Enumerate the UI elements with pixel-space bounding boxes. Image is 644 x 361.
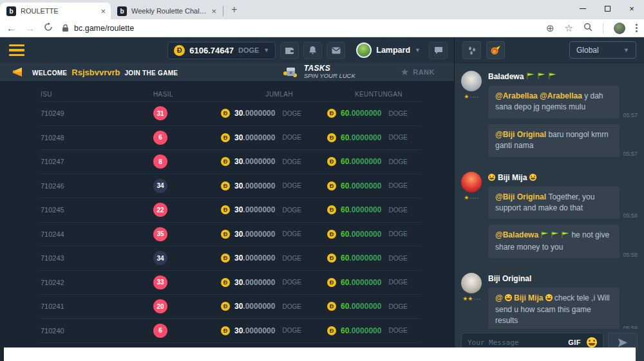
rank-button[interactable]: ★ RANK bbox=[401, 66, 435, 78]
omnibox[interactable]: bc.game/roulette bbox=[62, 24, 537, 33]
rain-button[interactable] bbox=[462, 41, 481, 59]
coindrop-button[interactable]: Ð bbox=[486, 41, 505, 59]
table-row[interactable]: 7102406Ð30.0000000DOGEÐ60.0000000DOGE bbox=[41, 319, 422, 344]
bet-amount: Ð30.0000000DOGE bbox=[221, 326, 327, 335]
user-menu[interactable]: Lampard ▼ bbox=[356, 42, 421, 58]
table-row[interactable]: 71024334Ð30.0000000DOGEÐ60.0000000DOGE bbox=[41, 246, 422, 271]
tab-close-icon[interactable]: × bbox=[100, 7, 106, 15]
maximize-button[interactable] bbox=[595, 0, 620, 17]
table-row[interactable]: 7102486Ð30.0000000DOGEÐ60.0000000DOGE bbox=[41, 126, 422, 151]
balance-currency: DOGE bbox=[238, 46, 259, 54]
avatar[interactable] bbox=[461, 172, 482, 192]
gif-button[interactable]: GIF bbox=[568, 338, 581, 346]
issue-number: 710244 bbox=[41, 230, 153, 238]
flag-icon bbox=[548, 72, 556, 81]
join-label: JOIN THE GAME bbox=[124, 69, 178, 77]
megaphone-icon bbox=[13, 67, 26, 77]
profit-amount: Ð60.0000000DOGE bbox=[327, 302, 422, 311]
hamburger-menu-icon[interactable] bbox=[9, 44, 24, 57]
doge-coin-icon: Ð bbox=[221, 302, 230, 311]
user-mention[interactable]: @Arabellaa bbox=[540, 91, 584, 100]
wallet-button[interactable] bbox=[280, 42, 299, 59]
table-row[interactable]: 71024435Ð30.0000000DOGEÐ60.0000000DOGE bbox=[41, 223, 422, 247]
profit-amount: Ð60.0000000DOGE bbox=[327, 181, 422, 190]
user-mention[interactable]: @Biji Original bbox=[495, 130, 548, 139]
menu-dots-icon[interactable] bbox=[636, 24, 638, 32]
avatar[interactable] bbox=[461, 71, 482, 91]
tab-close-icon[interactable]: × bbox=[211, 7, 216, 15]
welcomed-player[interactable]: Rsjsbvvrvrb bbox=[71, 68, 120, 77]
doge-coin-icon: Ð bbox=[174, 45, 185, 56]
profit-amount: Ð60.0000000DOGE bbox=[327, 278, 422, 287]
doge-coin-icon: Ð bbox=[327, 230, 336, 239]
search-icon[interactable] bbox=[583, 23, 592, 33]
tasks-button[interactable]: TASKS SPIN YOUR LUCK bbox=[283, 64, 355, 80]
new-tab-button[interactable]: + bbox=[231, 4, 237, 15]
user-mention[interactable]: @ bbox=[495, 293, 505, 302]
user-mention[interactable]: @Biji Original bbox=[495, 192, 548, 201]
rank-label: RANK bbox=[413, 68, 435, 76]
chat-username[interactable]: Baladewa bbox=[488, 72, 638, 81]
table-row[interactable]: 71024522Ð30.0000000DOGEÐ60.0000000DOGE bbox=[41, 198, 422, 223]
reload-icon[interactable] bbox=[44, 23, 53, 33]
user-rating: ★★••• bbox=[462, 296, 480, 302]
bell-icon bbox=[308, 46, 317, 55]
chat-username[interactable]: Biji Mija bbox=[488, 173, 638, 182]
message-input[interactable] bbox=[468, 338, 562, 347]
result-badge: 33 bbox=[153, 275, 167, 290]
notifications-button[interactable] bbox=[303, 42, 322, 59]
bookmark-star-icon[interactable]: ☆ bbox=[565, 23, 573, 34]
table-row[interactable]: 71024931Ð30.0000000DOGEÐ60.0000000DOGE bbox=[41, 102, 422, 126]
tasks-chest-icon bbox=[283, 66, 298, 79]
forward-icon[interactable]: → bbox=[25, 23, 35, 33]
result-badge: 34 bbox=[153, 251, 167, 265]
browser-window: b ROULETTE × b Weekly Roulette Challenge… bbox=[0, 0, 644, 361]
chat-message-bubble: @Baladewa he not give share money to you bbox=[488, 225, 620, 258]
bcgame-page: Ð 6106.74647 DOGE ▼ bbox=[0, 37, 644, 361]
chat-toggle-button[interactable] bbox=[429, 42, 448, 59]
chevron-down-icon: ▼ bbox=[415, 47, 421, 53]
bet-amount: Ð30.0000000DOGE bbox=[221, 278, 327, 287]
chat-message-bubble: @Arabellaa @Arabellaa y dah sana depo jg… bbox=[488, 86, 620, 118]
tasks-subtitle: SPIN YOUR LUCK bbox=[304, 73, 355, 79]
chevron-down-icon: ▼ bbox=[623, 47, 629, 53]
envelope-icon bbox=[332, 47, 341, 54]
message-timestamp: 05:57 bbox=[623, 151, 638, 157]
table-row[interactable]: 71024233Ð30.0000000DOGEÐ60.0000000DOGE bbox=[41, 271, 422, 295]
close-button[interactable]: × bbox=[620, 0, 644, 17]
flag-icon bbox=[537, 72, 545, 81]
tab-strip: b ROULETTE × b Weekly Roulette Challenge… bbox=[0, 0, 644, 19]
profit-amount: Ð60.0000000DOGE bbox=[327, 254, 422, 263]
table-row[interactable]: 71024120Ð30.0000000DOGEÐ60.0000000DOGE bbox=[41, 295, 422, 319]
chat-username[interactable]: Biji Original bbox=[488, 274, 638, 283]
user-mention[interactable]: Biji Mija bbox=[514, 293, 545, 302]
doge-coin-icon: Ð bbox=[221, 230, 230, 239]
profile-avatar[interactable] bbox=[614, 23, 625, 34]
result-badge: 22 bbox=[153, 203, 167, 217]
user-mention[interactable]: @Arabellaa bbox=[495, 91, 540, 100]
table-row[interactable]: 71024634Ð30.0000000DOGEÐ60.0000000DOGE bbox=[41, 174, 422, 199]
emoji-picker-icon[interactable] bbox=[587, 337, 597, 347]
chat-channel-select[interactable]: Global ▼ bbox=[569, 41, 636, 59]
tab-weekly-challenge[interactable]: b Weekly Roulette Challenge - Win × bbox=[111, 3, 222, 19]
site-header: Ð 6106.74647 DOGE ▼ bbox=[0, 37, 454, 63]
user-mention[interactable]: @Baladewa bbox=[495, 230, 540, 239]
balance-selector[interactable]: Ð 6106.74647 DOGE ▼ bbox=[167, 42, 276, 59]
divider bbox=[603, 23, 603, 33]
column-header-hasil: HASIL bbox=[153, 91, 221, 98]
issue-number: 710249 bbox=[41, 109, 153, 117]
flag-icon bbox=[561, 230, 569, 241]
table-row[interactable]: 7102478Ð30.0000000DOGEÐ60.0000000DOGE bbox=[41, 150, 422, 174]
avatar bbox=[356, 42, 372, 58]
user-rating: ★•••• bbox=[464, 94, 478, 100]
back-icon[interactable]: ← bbox=[6, 23, 16, 33]
minimize-button[interactable] bbox=[571, 0, 595, 17]
avatar[interactable] bbox=[461, 273, 482, 293]
plus-circle-icon[interactable]: ⊕ bbox=[546, 23, 554, 34]
tab-roulette[interactable]: b ROULETTE × bbox=[0, 3, 111, 19]
issue-number: 710242 bbox=[41, 279, 153, 286]
message-timestamp: 05:57 bbox=[623, 112, 638, 118]
doge-coin-icon: Ð bbox=[221, 181, 230, 190]
results-table-body: 71024931Ð30.0000000DOGEÐ60.0000000DOGE71… bbox=[41, 102, 422, 343]
messages-button[interactable] bbox=[327, 42, 345, 59]
